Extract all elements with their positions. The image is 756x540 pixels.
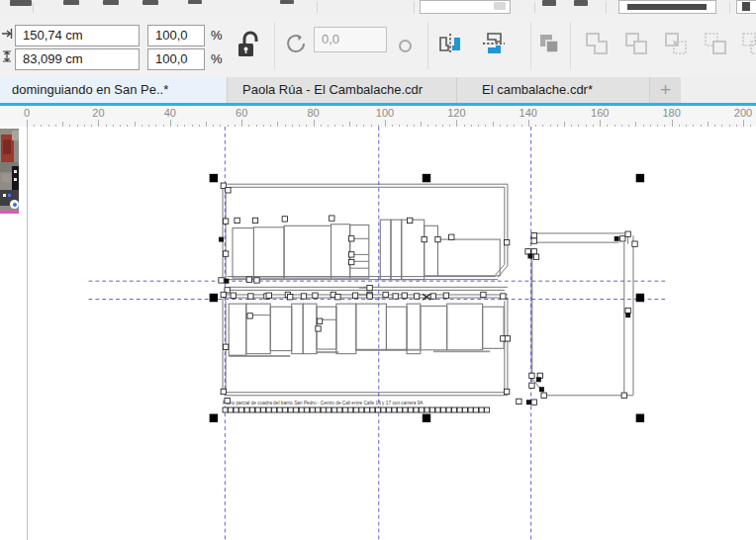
selection-handle[interactable] xyxy=(423,174,430,182)
text-node-handle[interactable] xyxy=(468,407,473,412)
new-document-button[interactable]: + xyxy=(650,77,681,103)
node-handle[interactable] xyxy=(288,295,293,300)
text-node-handle[interactable] xyxy=(283,407,288,412)
trim-icon[interactable] xyxy=(623,31,649,56)
node-handle[interactable] xyxy=(335,295,340,300)
node-handle[interactable] xyxy=(266,293,271,298)
tab-dominguiando[interactable]: dominguiando en San Pe..* xyxy=(0,77,228,103)
node-handle[interactable] xyxy=(481,292,486,297)
selected-node-handle[interactable] xyxy=(224,279,229,284)
node-handle[interactable] xyxy=(525,249,530,254)
node-handle[interactable] xyxy=(248,294,253,299)
text-node-handle[interactable] xyxy=(316,407,321,412)
node-handle[interactable] xyxy=(529,383,534,388)
text-node-handle[interactable] xyxy=(397,407,402,412)
text-node-handle[interactable] xyxy=(266,407,271,412)
node-handle[interactable] xyxy=(443,293,448,298)
text-node-handle[interactable] xyxy=(337,407,342,412)
cutoff-preview-box[interactable] xyxy=(736,0,756,14)
mirror-vertical-icon[interactable] xyxy=(481,31,507,56)
node-handle[interactable] xyxy=(449,234,454,239)
text-node-handle[interactable] xyxy=(353,407,358,412)
node-handle[interactable] xyxy=(246,277,251,282)
selection-handle[interactable] xyxy=(210,414,218,422)
selected-node-handle[interactable] xyxy=(527,253,532,258)
text-node-handle[interactable] xyxy=(364,407,369,412)
text-node-handle[interactable] xyxy=(474,407,479,412)
node-handle[interactable] xyxy=(531,238,536,243)
node-handle[interactable] xyxy=(625,308,630,313)
text-node-handle[interactable] xyxy=(294,407,299,412)
intersect-icon[interactable] xyxy=(663,31,689,56)
node-handle[interactable] xyxy=(393,294,398,299)
node-handle[interactable] xyxy=(531,249,536,254)
selected-node-handle[interactable] xyxy=(219,237,224,242)
text-node-handle[interactable] xyxy=(392,407,397,412)
node-handle[interactable] xyxy=(247,314,252,318)
node-handle[interactable] xyxy=(252,218,257,223)
text-node-handle[interactable] xyxy=(327,407,331,412)
cutoff-dropdown-button[interactable] xyxy=(494,2,506,10)
cutoff-preview-box[interactable] xyxy=(618,0,716,14)
weld-icon[interactable] xyxy=(584,31,610,56)
rotation-center-icon[interactable] xyxy=(398,39,413,53)
cutoff-toolbar-icon[interactable] xyxy=(142,0,158,5)
node-handle[interactable] xyxy=(219,278,224,283)
node-handle[interactable] xyxy=(235,218,239,223)
text-node-handle[interactable] xyxy=(261,407,266,412)
node-handle[interactable] xyxy=(435,236,440,241)
node-handle[interactable] xyxy=(383,292,388,297)
node-handle[interactable] xyxy=(349,236,354,241)
combine-objects-icon[interactable] xyxy=(536,31,562,56)
node-handle[interactable] xyxy=(414,294,419,299)
node-handle[interactable] xyxy=(632,241,637,246)
text-node-handle[interactable] xyxy=(359,407,364,412)
text-node-handle[interactable] xyxy=(463,407,468,412)
text-node-handle[interactable] xyxy=(435,407,440,412)
selected-node-handle[interactable] xyxy=(539,387,544,392)
text-node-handle[interactable] xyxy=(223,407,228,412)
text-node-handle[interactable] xyxy=(244,407,249,412)
drawing-canvas[interactable]: Plano parcial de cuadra del barrio San P… xyxy=(0,127,756,540)
node-handle[interactable] xyxy=(313,293,318,298)
text-node-handle[interactable] xyxy=(348,407,353,412)
text-node-handle[interactable] xyxy=(370,407,375,412)
selected-node-handle[interactable] xyxy=(526,400,531,405)
text-node-handle[interactable] xyxy=(342,407,347,412)
text-node-handle[interactable] xyxy=(441,407,446,412)
scale-horizontal-field[interactable]: 100,0 xyxy=(147,25,205,46)
rotate-icon[interactable] xyxy=(283,31,309,56)
node-handle[interactable] xyxy=(226,188,231,193)
text-node-handle[interactable] xyxy=(452,407,457,412)
cutoff-toolbar-icon[interactable] xyxy=(10,0,32,6)
node-handle[interactable] xyxy=(231,293,236,298)
node-handle[interactable] xyxy=(504,389,509,394)
tab-paola-rua[interactable]: Paola Rúa - El Cambalache.cdr xyxy=(228,77,457,103)
text-node-handle[interactable] xyxy=(305,407,310,412)
selection-handle[interactable] xyxy=(210,174,218,182)
text-node-handle[interactable] xyxy=(331,407,336,412)
lock-ratio-icon[interactable] xyxy=(236,30,263,63)
text-node-handle[interactable] xyxy=(408,407,413,412)
node-handle[interactable] xyxy=(529,373,534,378)
cutoff-toolbar-icon[interactable] xyxy=(63,0,79,5)
selection-handle[interactable] xyxy=(636,414,644,422)
text-node-handle[interactable] xyxy=(381,407,386,412)
node-handle[interactable] xyxy=(221,292,226,297)
node-handle[interactable] xyxy=(501,294,506,299)
node-handle[interactable] xyxy=(505,336,510,341)
node-handle[interactable] xyxy=(625,231,630,236)
node-handle[interactable] xyxy=(317,318,322,323)
node-handle[interactable] xyxy=(504,239,509,244)
node-handle[interactable] xyxy=(621,393,626,398)
node-handle[interactable] xyxy=(330,216,334,221)
cutoff-toolbar-icon[interactable] xyxy=(188,0,202,4)
text-node-handle[interactable] xyxy=(425,407,429,412)
simplify-icon[interactable] xyxy=(703,31,728,56)
text-node-handle[interactable] xyxy=(299,407,304,412)
text-node-handle[interactable] xyxy=(234,407,238,412)
selection-handle[interactable] xyxy=(636,294,644,302)
text-node-handle[interactable] xyxy=(288,407,293,412)
object-width-field[interactable]: 150,74 cm xyxy=(15,25,140,46)
node-handle[interactable] xyxy=(221,389,226,394)
